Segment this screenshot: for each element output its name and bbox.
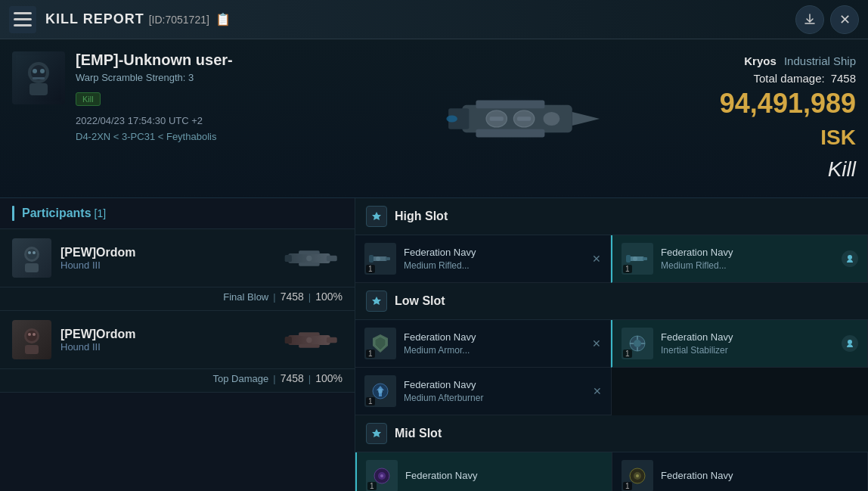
mid-slot-items: 1 Federation Navy 1 Fed xyxy=(355,452,868,491)
high-slot-items: 1 Federation Navy Medium Rifled... ✕ xyxy=(355,235,868,283)
participants-panel: Participants [1] xyxy=(0,198,355,491)
slots-panel: High Slot 1 Federation Navy Medium Rifle… xyxy=(355,198,868,491)
svg-point-33 xyxy=(28,333,31,336)
inertial-action[interactable] xyxy=(842,335,858,352)
isk-value: 94,491,989 ISK xyxy=(691,88,856,151)
mid-slot-item-2-name: Federation Navy xyxy=(661,469,858,483)
mid-slot-item-1[interactable]: 1 Federation Navy xyxy=(355,452,612,491)
high-slot-item-1[interactable]: 1 Federation Navy Medium Rifled... ✕ xyxy=(355,235,611,283)
mid-slot-item-2[interactable]: 1 Federation Navy xyxy=(612,452,868,491)
participant-details-2: [PEW]Ordom Hound III xyxy=(60,328,282,353)
kill-badge: Kill xyxy=(76,92,101,106)
blow-type-1: Final Blow xyxy=(223,291,268,303)
svg-rect-12 xyxy=(476,129,544,137)
kill-stats: Kryos Industrial Ship Total damage: 7458… xyxy=(679,39,868,197)
afterburner-item[interactable]: 1 Federation Navy Medium Afterburner ✕ xyxy=(355,368,612,415)
high-slot-item-2-icon: 1 xyxy=(622,243,653,275)
svg-point-65 xyxy=(380,474,383,477)
high-slot-header: High Slot xyxy=(355,198,868,235)
mid-slot-icon xyxy=(366,423,387,444)
pct-1: 100% xyxy=(315,291,343,303)
svg-rect-24 xyxy=(25,263,39,272)
menu-button[interactable] xyxy=(9,6,36,33)
svg-point-22 xyxy=(28,251,31,254)
svg-rect-29 xyxy=(299,263,320,266)
kill-timestamp: 2022/04/23 17:54:30 UTC +2 xyxy=(76,113,343,129)
svg-marker-8 xyxy=(572,111,600,125)
svg-rect-43 xyxy=(386,257,390,260)
afterburner-icon: 1 xyxy=(364,375,396,407)
participant-ship-2: Hound III xyxy=(60,341,282,353)
high-slot-icon xyxy=(366,206,387,227)
header-title: KILL REPORT xyxy=(45,11,144,27)
ship-class: Kryos Industrial Ship xyxy=(691,54,856,67)
svg-rect-47 xyxy=(643,257,647,260)
high-slot-item-1-name: Federation Navy Medium Rifled... xyxy=(404,246,587,272)
ship-name: Kryos xyxy=(744,54,777,67)
low-slot-header: Low Slot xyxy=(355,283,868,320)
svg-rect-26 xyxy=(326,255,336,260)
header: KILL REPORT [ID:7051721] 📋 ✕ xyxy=(0,0,868,39)
svg-point-3 xyxy=(40,69,45,73)
mid-slot-label: Mid Slot xyxy=(395,427,442,440)
svg-point-59 xyxy=(848,340,852,344)
svg-point-23 xyxy=(33,251,36,254)
participants-header: Participants [1] xyxy=(0,198,355,229)
armor-item-name: Federation Navy Medium Armor... xyxy=(404,331,587,357)
mid-slot-item-1-icon: 1 xyxy=(366,460,398,491)
low-slot-icon xyxy=(366,291,387,312)
svg-rect-5 xyxy=(29,83,48,95)
damage-1: 7458 xyxy=(281,291,304,303)
participant-avatar-1 xyxy=(12,238,51,278)
close-button[interactable]: ✕ xyxy=(830,5,859,34)
pct-2: 100% xyxy=(315,372,343,384)
low-slot-item-armor[interactable]: 1 Federation Navy Medium Armor... ✕ xyxy=(355,320,611,368)
armor-remove[interactable]: ✕ xyxy=(592,337,601,350)
ship-type: Industrial Ship xyxy=(784,54,856,67)
svg-rect-39 xyxy=(299,332,320,336)
copy-icon[interactable]: 📋 xyxy=(215,12,231,26)
isk-label: ISK xyxy=(820,126,856,149)
svg-point-32 xyxy=(26,331,37,341)
low-slot-label: Low Slot xyxy=(395,294,445,308)
svg-point-49 xyxy=(633,256,637,261)
damage-2: 7458 xyxy=(281,372,304,384)
low-slot-items: 1 Federation Navy Medium Armor... ✕ xyxy=(355,320,868,368)
participant-row-2-top[interactable]: [PEW]Ordom Hound III xyxy=(0,311,355,369)
mid-slot-item-1-name: Federation Navy xyxy=(405,469,603,483)
svg-rect-18 xyxy=(490,117,504,120)
participant-name-2: [PEW]Ordom xyxy=(60,328,282,341)
victim-avatar xyxy=(12,51,65,104)
victim-name: [EMP]-Unknown user- xyxy=(76,51,343,69)
high-slot-item-1-icon: 1 xyxy=(364,243,396,275)
afterburner-name: Federation Navy Medium Afterburner xyxy=(404,378,588,405)
victim-details: [EMP]-Unknown user- Warp Scramble Streng… xyxy=(76,51,343,145)
participants-count: [1] xyxy=(95,207,107,219)
high-slot-item-1-remove[interactable]: ✕ xyxy=(592,253,601,265)
svg-point-2 xyxy=(33,69,37,73)
main-content: Participants [1] xyxy=(0,198,868,491)
svg-rect-11 xyxy=(476,100,544,108)
participant-stats-2: Top Damage | 7458 | 100% xyxy=(0,369,355,393)
high-slot-item-2-name: Federation Navy Medium Rifled... xyxy=(661,246,837,272)
afterburner-remove[interactable]: ✕ xyxy=(593,385,602,397)
low-slot-item-inertial[interactable]: 1 Federation Navy Inertial Stabilizer xyxy=(611,320,868,368)
high-slot-item-2-action[interactable] xyxy=(842,250,858,267)
svg-point-41 xyxy=(306,337,312,342)
participant-ship-1: Hound III xyxy=(60,259,282,271)
outcome-label: Kill xyxy=(691,157,856,182)
high-slot-item-2[interactable]: 1 Federation Navy Medium Rifled... xyxy=(611,235,868,283)
blow-type-2: Top Damage xyxy=(213,373,269,384)
mid-slot-header: Mid Slot xyxy=(355,415,868,452)
svg-rect-44 xyxy=(369,255,374,263)
svg-point-62 xyxy=(378,389,383,393)
svg-point-50 xyxy=(848,255,852,259)
svg-point-30 xyxy=(306,255,312,260)
participant-row-1-top[interactable]: [PEW]Ordom Hound III xyxy=(0,229,355,287)
export-button[interactable] xyxy=(795,5,824,34)
total-damage-label: Total damage: xyxy=(754,72,825,85)
high-slot-item-2-qty: 1 xyxy=(623,265,632,273)
svg-point-10 xyxy=(446,115,457,122)
total-damage-value: 7458 xyxy=(831,72,856,85)
svg-rect-40 xyxy=(299,344,320,348)
